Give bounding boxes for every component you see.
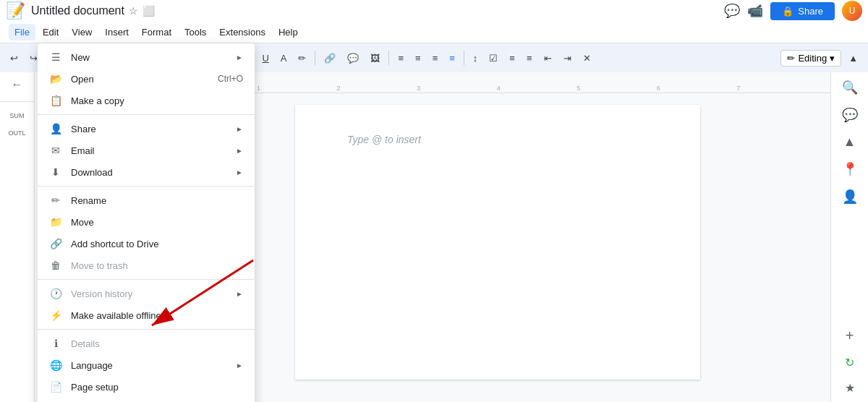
menu-item-email[interactable]: ✉ Email ► [38, 140, 255, 161]
rename-label: Rename [71, 195, 243, 206]
language-icon: 🌐 [49, 359, 62, 371]
version-arrow: ► [236, 290, 243, 298]
menu-item-print[interactable]: 🖨 Print Ctrl+P [38, 398, 255, 402]
menu-item-new[interactable]: ☰ New ► [38, 46, 255, 68]
share-label2: Share [71, 124, 227, 134]
open-icon: 📂 [49, 73, 62, 85]
menu-item-details: ℹ Details [38, 333, 255, 354]
rename-icon: ✏ [49, 194, 62, 206]
copy-icon: 📋 [49, 95, 62, 106]
page-setup-icon: 📄 [49, 381, 62, 393]
menu-item-share[interactable]: 👤 Share ► [38, 118, 255, 140]
menu-item-language[interactable]: 🌐 Language ► [38, 354, 255, 376]
email-arrow: ► [236, 147, 243, 155]
divider-4 [38, 329, 255, 330]
file-menu-dropdown: ☰ New ► 📂 Open Ctrl+O 📋 Make a copy 👤 Sh… [38, 43, 255, 402]
shortcut-label: Add shortcut to Drive [71, 239, 243, 249]
download-icon: ⬇ [49, 166, 62, 178]
move-icon: 📁 [49, 216, 62, 228]
menu-item-move-trash: 🗑 Move to trash [38, 255, 255, 276]
open-label: Open [71, 74, 209, 85]
details-icon: ℹ [49, 338, 62, 349]
menu-item-open[interactable]: 📂 Open Ctrl+O [38, 68, 255, 90]
divider-3 [38, 279, 255, 280]
divider-2 [38, 186, 255, 187]
menu-item-move[interactable]: 📁 Move [38, 211, 255, 233]
move-label: Move [71, 217, 243, 228]
new-label: New [71, 52, 227, 63]
menu-item-page-setup[interactable]: 📄 Page setup [38, 376, 255, 398]
copy-label: Make a copy [71, 95, 243, 106]
page-setup-label: Page setup [71, 382, 243, 393]
offline-icon: ⚡ [49, 309, 62, 321]
language-label: Language [71, 360, 227, 371]
new-icon: ☰ [49, 51, 62, 63]
version-icon: 🕐 [49, 288, 62, 299]
details-label: Details [71, 338, 243, 349]
offline-label: Make available offline [71, 310, 243, 321]
menu-item-version-history: 🕐 Version history ► [38, 283, 255, 304]
share-icon: 👤 [49, 123, 62, 134]
email-icon: ✉ [49, 145, 62, 156]
menu-item-rename[interactable]: ✏ Rename [38, 189, 255, 211]
menu-item-make-copy[interactable]: 📋 Make a copy [38, 90, 255, 111]
share-arrow: ► [236, 125, 243, 133]
download-arrow: ► [236, 168, 243, 176]
trash-icon: 🗑 [49, 260, 62, 271]
language-arrow: ► [236, 362, 243, 369]
divider-1 [38, 114, 255, 115]
email-label: Email [71, 145, 227, 156]
download-label: Download [71, 167, 227, 178]
version-label: Version history [71, 288, 227, 299]
menu-item-download[interactable]: ⬇ Download ► [38, 161, 255, 183]
menu-item-make-offline[interactable]: ⚡ Make available offline [38, 304, 255, 326]
trash-label: Move to trash [71, 260, 243, 271]
open-shortcut: Ctrl+O [218, 74, 243, 84]
new-arrow: ► [236, 54, 243, 61]
shortcut-icon: 🔗 [49, 238, 62, 249]
menu-item-add-shortcut[interactable]: 🔗 Add shortcut to Drive [38, 233, 255, 255]
